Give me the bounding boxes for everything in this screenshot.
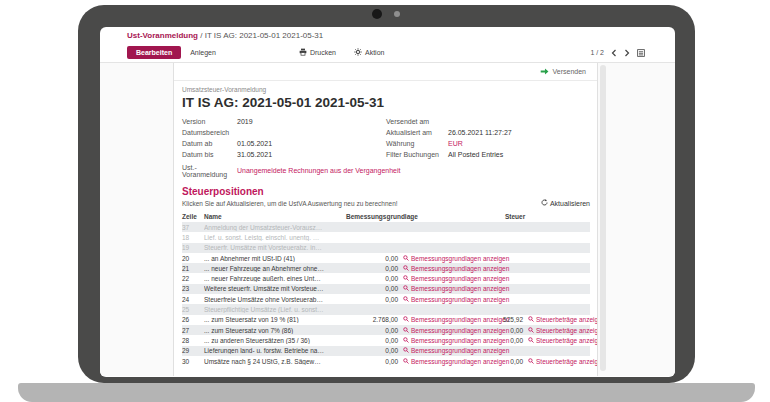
refresh-button[interactable]: Aktualisieren bbox=[541, 199, 590, 207]
row-zeile: 24 bbox=[182, 296, 204, 303]
base-amounts-link[interactable]: Bemessungsgrundlagen anzeigen bbox=[398, 275, 483, 282]
base-amounts-link[interactable]: Bemessungsgrundlagen anzeigen bbox=[398, 358, 483, 365]
magnifier-icon bbox=[403, 316, 409, 323]
field-label: Version bbox=[182, 118, 237, 125]
magnifier-icon bbox=[403, 265, 409, 272]
section-hint: Klicken Sie auf Aktualisieren, um die Us… bbox=[182, 200, 398, 207]
row-name: Anmeldung der Umsatzsteuer-Vorauszahlung bbox=[204, 224, 328, 231]
form-column-right: Versendet am Aktualisiert am 26.05.2021 … bbox=[386, 116, 590, 160]
row-name: Steuerfreie Umsätze ohne Vorsteuerabzug … bbox=[204, 296, 328, 303]
table-row: 20 ... an Abnehmer mit USt-ID (41) 0,00 … bbox=[182, 253, 590, 263]
list-view-button[interactable] bbox=[637, 45, 645, 60]
base-amounts-link[interactable]: Bemessungsgrundlagen anzeigen bbox=[398, 337, 483, 344]
create-button[interactable]: Anlegen bbox=[190, 49, 216, 56]
table-row: 25 Steuerpflichtige Umsätze (Lief. u. so… bbox=[182, 304, 590, 314]
breadcrumb-app-link[interactable]: Ust-Voranmeldung bbox=[127, 31, 198, 40]
section-title: Steuerpositionen bbox=[182, 186, 590, 197]
row-base-value: 0,00 bbox=[328, 327, 398, 334]
table-row: 28 ... zu anderen Steuersätzen (35 / 36)… bbox=[182, 335, 590, 345]
row-base-value: 0,00 bbox=[328, 285, 398, 292]
row-zeile: 18 bbox=[182, 234, 204, 241]
table-row: 30 Umsätze nach § 24 UStG, z.B. Sägewerk… bbox=[182, 356, 590, 366]
tax-link-label: Steuerbeträge anzeigen bbox=[536, 358, 598, 365]
table-row: 27 ... zum Steuersatz von 7% (86) 0,00 B… bbox=[182, 325, 590, 335]
field-value[interactable]: EUR bbox=[448, 140, 463, 147]
tax-amounts-link[interactable]: Steuerbeträge anzeigen bbox=[523, 327, 590, 334]
refresh-label: Aktualisieren bbox=[550, 200, 590, 207]
table-row: 24 Steuerfreie Umsätze ohne Vorsteuerabz… bbox=[182, 294, 590, 304]
row-name: ... an Abnehmer mit USt-ID (41) bbox=[204, 255, 328, 262]
row-zeile: 30 bbox=[182, 358, 204, 365]
content-area: Versenden Umsatzsteuer-Voranmeldung IT I… bbox=[100, 63, 675, 376]
tax-amounts-link[interactable]: Steuerbeträge anzeigen bbox=[523, 337, 590, 344]
tax-positions-table: Zeile Name Bemessungsgrundlage Steuer 37… bbox=[182, 210, 590, 366]
base-amounts-link[interactable]: Bemessungsgrundlagen anzeigen bbox=[398, 316, 483, 323]
base-amounts-link[interactable]: Bemessungsgrundlagen anzeigen bbox=[398, 255, 483, 262]
base-amounts-link[interactable]: Bemessungsgrundlagen anzeigen bbox=[398, 285, 483, 292]
chevron-right-icon bbox=[624, 45, 630, 60]
magnifier-icon bbox=[403, 285, 409, 292]
magnifier-icon bbox=[528, 316, 534, 323]
field-value: All Posted Entries bbox=[448, 151, 503, 158]
magnifier-icon bbox=[403, 327, 409, 334]
table-row: 23 Weitere steuerfr. Umsätze mit Vorsteu… bbox=[182, 284, 590, 294]
row-zeile: 19 bbox=[182, 244, 204, 251]
action-button[interactable]: Aktion bbox=[354, 48, 384, 57]
camera-led-icon bbox=[394, 11, 400, 17]
table-row: 29 Lieferungen land- u. forstw. Betriebe… bbox=[182, 346, 590, 356]
tax-link-label: Steuerbeträge anzeigen bbox=[536, 316, 598, 323]
row-name: Steuerpflichtige Umsätze (Lief. u. sonst… bbox=[204, 306, 328, 313]
base-amounts-link[interactable]: Bemessungsgrundlagen anzeigen bbox=[398, 296, 483, 303]
action-label: Aktion bbox=[365, 49, 384, 56]
ustva-row: Ust.-Voranmeldung Unangemeldete Rechnung… bbox=[182, 165, 590, 176]
field-label: Filter Buchungen bbox=[386, 151, 448, 158]
send-label: Versenden bbox=[553, 68, 586, 75]
send-button[interactable]: Versenden bbox=[540, 67, 586, 77]
print-button[interactable]: Drucken bbox=[299, 48, 336, 57]
col-base: Bemessungsgrundlage bbox=[328, 213, 398, 220]
tax-amounts-link[interactable]: Steuerbeträge anzeigen bbox=[523, 316, 590, 323]
magnifier-icon bbox=[528, 337, 534, 344]
form-field: Datumsbereich bbox=[182, 127, 386, 138]
base-link-label: Bemessungsgrundlagen anzeigen bbox=[411, 347, 509, 354]
magnifier-icon bbox=[403, 337, 409, 344]
row-name: ... zum Steuersatz von 19 % (81) bbox=[204, 316, 328, 323]
table-row: 19 Steuerfr. Umsätze mit Vorsteuerabz. i… bbox=[182, 243, 590, 253]
field-value: 01.05.2021 bbox=[237, 140, 272, 147]
pagination-label: 1 / 2 bbox=[590, 49, 604, 56]
print-icon bbox=[299, 48, 307, 57]
gear-icon bbox=[354, 48, 362, 57]
magnifier-icon bbox=[403, 275, 409, 282]
unreported-invoices-link[interactable]: Unangemeldete Rechnungen aus der Vergang… bbox=[237, 167, 400, 174]
form-field: Datum ab 01.05.2021 bbox=[182, 138, 386, 149]
field-label: Versendet am bbox=[386, 118, 448, 125]
refresh-icon bbox=[541, 199, 548, 207]
field-value: 26.05.2021 11:27:27 bbox=[448, 129, 512, 136]
table-row: 22 ... neuer Fahrzeuge außerh. eines Unt… bbox=[182, 273, 590, 283]
form-field: Version 2019 bbox=[182, 116, 386, 127]
magnifier-icon bbox=[403, 255, 409, 262]
row-base-value: 0,00 bbox=[328, 347, 398, 354]
base-amounts-link[interactable]: Bemessungsgrundlagen anzeigen bbox=[398, 347, 483, 354]
col-zeile: Zeile bbox=[182, 213, 204, 220]
edit-button[interactable]: Bearbeiten bbox=[127, 46, 181, 59]
base-link-label: Bemessungsgrundlagen anzeigen bbox=[411, 296, 509, 303]
field-label: Aktualisiert am bbox=[386, 129, 448, 136]
base-amounts-link[interactable]: Bemessungsgrundlagen anzeigen bbox=[398, 327, 483, 334]
scrollbar[interactable] bbox=[600, 65, 606, 371]
row-base-value: 0,00 bbox=[328, 296, 398, 303]
form-field: Aktualisiert am 26.05.2021 11:27:27 bbox=[386, 127, 590, 138]
row-name: Steuerfr. Umsätze mit Vorsteuerabz. inne… bbox=[204, 244, 328, 251]
base-amounts-link[interactable]: Bemessungsgrundlagen anzeigen bbox=[398, 265, 483, 272]
table-body: 37 Anmeldung der Umsatzsteuer-Vorauszahl… bbox=[182, 222, 590, 366]
col-name: Name bbox=[204, 213, 328, 220]
prev-page-button[interactable] bbox=[611, 45, 617, 60]
next-page-button[interactable] bbox=[624, 45, 630, 60]
row-name: ... neuer Fahrzeuge an Abnehmer ohne UST… bbox=[204, 265, 328, 272]
section-subheader: Klicken Sie auf Aktualisieren, um die Us… bbox=[182, 199, 590, 207]
form-field: Versendet am bbox=[386, 116, 590, 127]
row-zeile: 23 bbox=[182, 285, 204, 292]
row-base-value: 0,00 bbox=[328, 337, 398, 344]
row-zeile: 20 bbox=[182, 255, 204, 262]
tax-amounts-link[interactable]: Steuerbeträge anzeigen bbox=[523, 358, 590, 365]
